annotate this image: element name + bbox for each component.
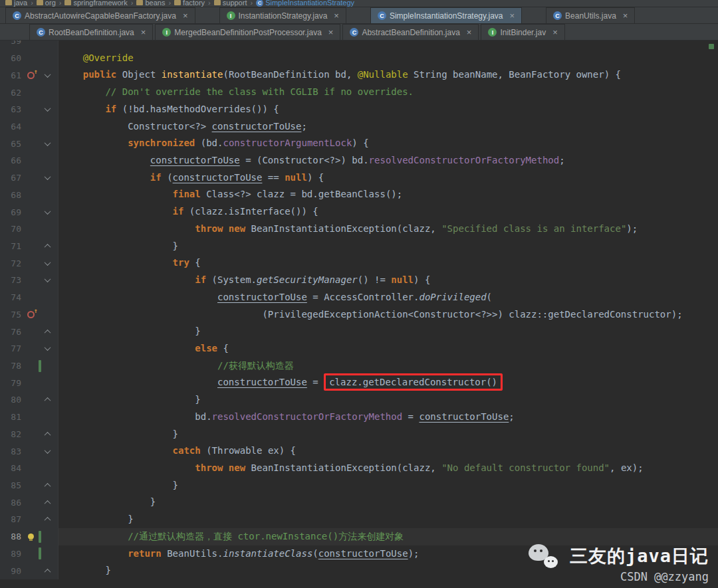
breadcrumb-item-beans[interactable]: beans [136, 0, 165, 7]
gutter: 62 [0, 84, 59, 101]
tab-close-icon[interactable]: × [183, 11, 188, 20]
line-number: 68 [3, 190, 23, 200]
gutter: 63 [0, 101, 59, 118]
fold-marker[interactable] [41, 107, 53, 112]
code-line[interactable]: 82 } [0, 426, 718, 443]
folder-icon [64, 0, 71, 5]
code-line[interactable]: 63 if (!bd.hasMethodOverrides()) { [0, 101, 718, 118]
tab-close-icon[interactable]: × [552, 28, 558, 37]
code-line[interactable]: 85 } [0, 477, 718, 494]
code-line[interactable]: 59 [0, 41, 718, 50]
code-text: synchronized (bd.constructorArgumentLock… [59, 135, 718, 152]
tab-SimpleInstantiationStrategy.java[interactable]: CSimpleInstantiationStrategy.java× [370, 7, 522, 23]
code-token: ); [626, 223, 638, 234]
fold-marker[interactable] [41, 500, 53, 505]
code-line[interactable]: 69 if (clazz.isInterface()) { [0, 203, 718, 221]
interface-icon: I [488, 28, 497, 37]
fold-marker[interactable] [41, 346, 53, 351]
fold-marker[interactable] [41, 449, 53, 454]
fold-marker[interactable] [41, 261, 53, 266]
class-icon: C [13, 11, 21, 20]
code-line[interactable]: 79 constructorToUse = clazz.getDeclaredC… [0, 374, 718, 391]
breadcrumb-item-springframework[interactable]: springframework [64, 0, 127, 7]
line-number: 60 [3, 53, 23, 63]
tab-close-icon[interactable]: × [334, 11, 339, 20]
code-token [60, 292, 217, 302]
inspection-indicator[interactable] [709, 44, 714, 49]
fold-marker[interactable] [41, 432, 53, 437]
tab-close-icon[interactable]: × [328, 28, 334, 37]
tab-close-icon[interactable]: × [467, 28, 472, 37]
tab-AbstractAutowireCapableBeanFactory.java[interactable]: CAbstractAutowireCapableBeanFactory.java… [5, 7, 195, 23]
line-number: 67 [3, 173, 23, 183]
code-line[interactable]: 80 } [0, 391, 718, 409]
breadcrumb-item-support[interactable]: support [214, 0, 247, 7]
chevron-up-icon [44, 244, 51, 250]
fold-marker[interactable] [41, 397, 53, 402]
interface-icon: I [162, 28, 171, 37]
fold-marker[interactable] [41, 244, 53, 248]
breadcrumb-item-factory[interactable]: factory [174, 0, 205, 7]
fold-marker[interactable] [41, 569, 53, 573]
code-token: doPrivileged [419, 292, 486, 302]
tab-InitBinder.jav[interactable]: IInitBinder.jav× [481, 24, 564, 40]
chevron-up-icon [44, 432, 51, 439]
code-line[interactable]: 87 } [0, 511, 718, 528]
line-number: 72 [3, 258, 23, 268]
code-line[interactable]: 74 constructorToUse = AccessController.d… [0, 289, 718, 306]
fold-marker[interactable] [41, 330, 53, 334]
tab-BeanUtils.java[interactable]: CBeanUtils.java× [546, 7, 635, 23]
code-text: if (System.getSecurityManager() != null)… [59, 272, 718, 289]
fold-marker[interactable] [41, 517, 53, 522]
override-method-icon[interactable] [27, 72, 35, 79]
code-line[interactable]: 68 final Class<?> clazz = bd.getBeanClas… [0, 186, 718, 203]
code-line[interactable]: 73 if (System.getSecurityManager() != nu… [0, 272, 718, 289]
fold-marker[interactable] [41, 483, 53, 488]
code-line[interactable]: 77 else { [0, 340, 718, 357]
code-line[interactable]: 76 } [0, 323, 718, 340]
vcs-change-bar [39, 462, 41, 474]
tab-AbstractBeanDefinition.java[interactable]: CAbstractBeanDefinition.java× [342, 24, 479, 40]
line-number: 86 [3, 498, 23, 508]
breadcrumb-item-SimpleInstantiationStrategy[interactable]: CSimpleInstantiationStrategy [256, 0, 354, 7]
code-line[interactable]: 70 throw new BeanInstantiationException(… [0, 221, 718, 238]
tab-RootBeanDefinition.java[interactable]: CRootBeanDefinition.java× [29, 24, 153, 40]
code-line[interactable]: 67 if (constructorToUse == null) { [0, 169, 718, 187]
tab-close-icon[interactable]: × [141, 28, 146, 37]
breadcrumb-item-java[interactable]: java [5, 0, 27, 7]
breadcrumb-item-org[interactable]: org [37, 0, 56, 7]
tab-MergedBeanDefinitionPostProcessor.java[interactable]: IMergedBeanDefinitionPostProcessor.java× [155, 24, 340, 40]
fold-marker[interactable] [41, 142, 53, 146]
code-line[interactable]: 88 //通过默认构造器，直接 ctor.newInstance()方法来创建对… [0, 528, 718, 545]
chevron-down-icon [44, 447, 51, 454]
code-token [60, 52, 83, 63]
code-line[interactable]: 75 (PrivilegedExceptionAction<Constructo… [0, 306, 718, 324]
code-line[interactable]: 65 synchronized (bd.constructorArgumentL… [0, 135, 718, 152]
fold-marker[interactable] [41, 278, 53, 282]
code-line[interactable]: 81 bd.resolvedConstructorOrFactoryMethod… [0, 409, 718, 426]
code-line[interactable]: 60 @Override [0, 50, 718, 67]
code-line[interactable]: 86 } [0, 494, 718, 511]
fold-marker[interactable] [41, 175, 53, 180]
fold-marker[interactable] [41, 210, 53, 215]
code-line[interactable]: 64 Constructor<?> constructorToUse; [0, 118, 718, 136]
code-line[interactable]: 61 public Object instantiate(RootBeanDef… [0, 66, 718, 84]
code-line[interactable]: 62 // Don't override the class with CGLI… [0, 84, 718, 101]
fold-marker[interactable] [41, 73, 53, 78]
code-line[interactable]: 72 try { [0, 254, 718, 272]
line-number: 70 [3, 224, 23, 234]
tab-close-icon[interactable]: × [510, 11, 515, 20]
code-line[interactable]: 83 catch (Throwable ex) { [0, 442, 718, 460]
override-method-icon[interactable] [27, 311, 35, 318]
code-line[interactable]: 71 } [0, 238, 718, 255]
code-token: ( [162, 172, 173, 183]
code-line[interactable]: 78 //获得默认构造器 [0, 357, 718, 375]
tab-InstantiationStrategy.java[interactable]: IInstantiationStrategy.java× [219, 7, 346, 23]
code-editor[interactable]: 5960 @Override61 public Object instantia… [0, 41, 718, 587]
gutter: 82 [0, 426, 59, 443]
lightbulb-icon[interactable] [28, 534, 34, 539]
code-line[interactable]: 84 throw new BeanInstantiationException(… [0, 460, 718, 477]
tab-close-icon[interactable]: × [623, 11, 628, 20]
code-token: final [173, 189, 207, 199]
code-line[interactable]: 66 constructorToUse = (Constructor<?>) b… [0, 152, 718, 169]
